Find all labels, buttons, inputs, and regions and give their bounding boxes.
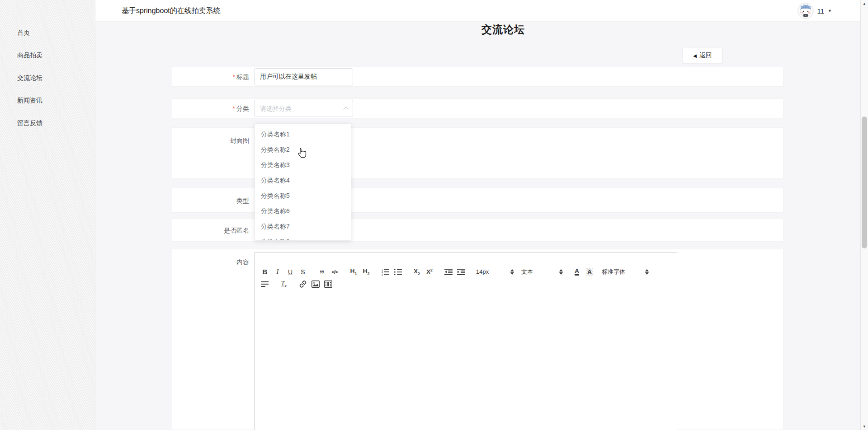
top-header: 基于springboot的在线拍卖系统 <box>95 0 860 22</box>
sidebar-item-home[interactable]: 首页 <box>0 21 95 44</box>
insert-link-button[interactable] <box>298 278 308 290</box>
updown-arrows-icon <box>510 269 514 275</box>
cover-label: 封面图 <box>172 128 249 178</box>
outdent-button[interactable] <box>443 266 453 278</box>
updown-arrows-icon <box>645 269 649 275</box>
category-option-7[interactable]: 分类名称7 <box>255 219 351 234</box>
sidebar: 首页 商品拍卖 交流论坛 新闻资讯 留言反馈 <box>0 0 95 430</box>
category-option-8[interactable]: 分类名称8 <box>255 234 351 241</box>
title-label: *标题 <box>172 70 249 83</box>
avatar-cartoon-icon <box>798 3 813 19</box>
anonymous-label: 是否匿名 <box>172 224 249 237</box>
app-window: 首页 商品拍卖 交流论坛 新闻资讯 留言反馈 基于springboot的在线拍卖… <box>0 0 868 430</box>
svg-text:3: 3 <box>382 273 383 276</box>
category-option-5[interactable]: 分类名称5 <box>255 188 351 203</box>
font-color-button[interactable]: A <box>572 266 582 278</box>
sidebar-item-feedback[interactable]: 留言反馈 <box>0 112 95 134</box>
insert-video-button[interactable] <box>323 278 333 290</box>
form-row-content: 内容 B I U S ” </> H1 H2 1 <box>172 249 783 430</box>
editor-toolbar-row-2: Tx <box>260 278 671 290</box>
font-family-value: 标准字体 <box>602 268 625 276</box>
align-button[interactable] <box>260 278 270 290</box>
indent-icon <box>457 268 465 276</box>
category-option-2[interactable]: 分类名称2 <box>255 142 351 157</box>
title-input[interactable] <box>254 68 353 85</box>
editor-content-area[interactable] <box>254 292 677 430</box>
user-menu[interactable]: 11 ▼ <box>797 0 832 22</box>
link-icon <box>299 280 307 288</box>
content-label: 内容 <box>172 249 249 430</box>
indent-button[interactable] <box>456 266 466 278</box>
user-avatar[interactable] <box>797 3 814 19</box>
sidebar-item-auction[interactable]: 商品拍卖 <box>0 44 95 66</box>
sidebar-item-news[interactable]: 新闻资讯 <box>0 89 95 112</box>
clear-format-button[interactable]: Tx <box>279 278 289 290</box>
ordered-list-button[interactable]: 1 2 3 <box>380 266 390 278</box>
main-content: 交流论坛 ◀ 返回 *标题 *分类 封面图 类 <box>95 22 860 430</box>
superscript-button[interactable]: X2 <box>425 266 434 278</box>
unordered-list-button[interactable] <box>393 266 403 278</box>
text-type-value: 文本 <box>521 268 533 276</box>
unordered-list-icon <box>394 268 402 276</box>
category-option-4[interactable]: 分类名称4 <box>255 173 351 188</box>
category-option-6[interactable]: 分类名称6 <box>255 203 351 219</box>
video-icon <box>324 280 332 288</box>
ordered-list-icon: 1 2 3 <box>382 268 389 276</box>
outdent-icon <box>444 268 453 276</box>
italic-button[interactable]: I <box>273 266 283 278</box>
strikethrough-button[interactable]: S <box>298 266 308 278</box>
align-left-icon <box>261 281 269 287</box>
back-button[interactable]: ◀ 返回 <box>683 48 722 63</box>
rich-text-editor: B I U S ” </> H1 H2 1 2 3 <box>254 252 677 430</box>
background-color-button[interactable]: A <box>585 266 594 278</box>
blockquote-button[interactable]: ” <box>317 266 327 278</box>
scroll-up-button[interactable]: ▲ <box>861 0 868 7</box>
category-dropdown: 分类名称1 分类名称2 分类名称3 分类名称4 分类名称5 分类名称6 分类名称… <box>255 123 351 241</box>
editor-toolbar: B I U S ” </> H1 H2 1 2 3 <box>254 264 677 292</box>
updown-arrows-icon <box>559 269 563 275</box>
image-icon <box>311 280 320 288</box>
subscript-button[interactable]: X2 <box>412 266 422 278</box>
type-label: 类型 <box>172 194 249 207</box>
font-family-select[interactable]: 标准字体 <box>602 266 649 278</box>
user-caret-down-icon: ▼ <box>828 9 832 13</box>
required-mark: * <box>233 105 235 112</box>
heading1-button[interactable]: H1 <box>349 266 359 278</box>
code-button[interactable]: </> <box>330 266 340 278</box>
category-select[interactable] <box>254 100 353 117</box>
back-arrow-icon: ◀ <box>693 53 697 58</box>
text-type-select[interactable]: 文本 <box>521 266 563 278</box>
category-option-1[interactable]: 分类名称1 <box>255 126 351 142</box>
category-option-3[interactable]: 分类名称3 <box>255 157 351 173</box>
heading2-button[interactable]: H2 <box>361 266 371 278</box>
underline-button[interactable]: U <box>285 266 295 278</box>
scroll-down-button[interactable]: ▼ <box>861 423 868 430</box>
app-title: 基于springboot的在线拍卖系统 <box>122 0 221 22</box>
form-row-category: *分类 <box>172 98 783 118</box>
page-title: 交流论坛 <box>121 23 860 37</box>
font-size-value: 14px <box>476 268 489 275</box>
insert-image-button[interactable] <box>311 278 321 290</box>
sidebar-item-forum[interactable]: 交流论坛 <box>0 66 95 89</box>
vertical-scrollbar[interactable]: ▲ ▼ <box>860 0 868 430</box>
scrollbar-thumb[interactable] <box>862 117 867 248</box>
editor-top-strip <box>254 252 677 264</box>
user-badge: 11 <box>817 7 825 15</box>
bold-button[interactable]: B <box>260 266 270 278</box>
required-mark: * <box>233 73 235 80</box>
category-label: *分类 <box>172 102 249 115</box>
font-size-select[interactable]: 14px <box>476 266 514 278</box>
editor-toolbar-row-1: B I U S ” </> H1 H2 1 2 3 <box>260 266 671 278</box>
category-select-input[interactable] <box>254 100 353 117</box>
back-button-label: 返回 <box>699 51 712 60</box>
form-row-title: *标题 <box>172 67 783 87</box>
